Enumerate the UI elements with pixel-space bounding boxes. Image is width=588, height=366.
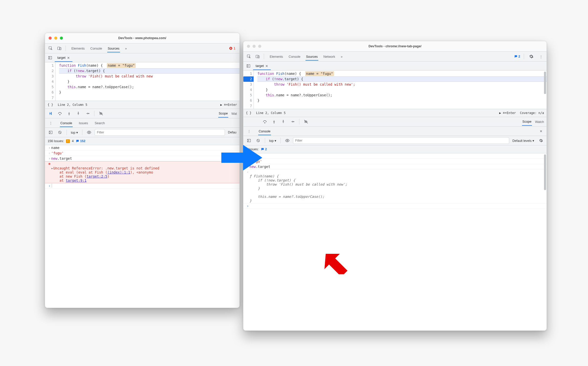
tab-watch[interactable]: Wat: [231, 109, 237, 118]
console-toolbar: top ▾ Defau: [45, 128, 239, 137]
eye-icon[interactable]: [85, 129, 93, 136]
console-body[interactable]: ›name ‹'fugu' ›new.target ‹ ƒ Fish(name)…: [243, 153, 547, 209]
navigator-toggle-icon[interactable]: [47, 54, 54, 61]
zoom-dot[interactable]: [60, 37, 63, 40]
resume-icon[interactable]: [47, 110, 54, 117]
settings-icon[interactable]: [537, 137, 545, 144]
tab-elements[interactable]: Elements: [269, 52, 284, 61]
context-selector[interactable]: top ▾: [70, 130, 79, 135]
step-over-icon[interactable]: [261, 118, 268, 125]
eye-icon[interactable]: [284, 137, 291, 144]
tab-elements[interactable]: Elements: [71, 44, 85, 52]
run-snippet-hint[interactable]: ▶ ⌘+Enter: [220, 103, 237, 107]
drawer-tabs: ⋮ Console ✕: [243, 127, 547, 136]
tab-console[interactable]: Console: [288, 52, 301, 61]
close-dot[interactable]: [49, 37, 52, 40]
file-tab-target[interactable]: target ✕: [55, 54, 72, 62]
device-toggle-icon[interactable]: [56, 45, 63, 52]
zoom-dot[interactable]: [258, 45, 261, 48]
separator: [66, 45, 66, 51]
pretty-print-icon[interactable]: { }: [48, 103, 53, 107]
issues-row[interactable]: 156 Issues: ! 4 152: [45, 137, 239, 145]
close-icon[interactable]: ✕: [265, 64, 268, 68]
console-body[interactable]: ›name ‹'fugu' ›new.target ⊗ ▸Uncaught Re…: [45, 145, 239, 189]
filter-input[interactable]: [293, 137, 509, 144]
titlebar: DevTools - chrome://new-tab-page/: [243, 41, 547, 52]
file-tab-target[interactable]: target ✕: [253, 62, 271, 70]
tab-sources[interactable]: Sources: [306, 52, 318, 61]
window-title: DevTools - chrome://new-tab-page/: [243, 44, 547, 48]
traffic-lights: [45, 37, 63, 40]
scrollbar[interactable]: [543, 71, 546, 109]
minimize-dot[interactable]: [54, 37, 57, 40]
log-levels[interactable]: Defau: [227, 130, 237, 135]
filter-input[interactable]: [95, 129, 225, 136]
navigator-toggle-icon[interactable]: [245, 63, 252, 69]
drawer-tab-search[interactable]: Search: [94, 119, 105, 127]
code[interactable]: function Fish(name) { name = "fugu" if (…: [254, 71, 547, 109]
prompt-icon[interactable]: ›: [246, 204, 249, 208]
code-editor[interactable]: 1 2 3 4 5 6 7 function Fish(name) { name…: [45, 62, 239, 101]
tab-sources[interactable]: Sources: [107, 44, 120, 52]
deactivate-breakpoints-icon[interactable]: [302, 118, 310, 125]
run-snippet-hint[interactable]: ▶ ⌘+Enter: [499, 111, 516, 115]
console-error[interactable]: ⊗ ▸Uncaught ReferenceError: .new.target …: [45, 161, 239, 183]
step-over-icon[interactable]: [56, 110, 63, 117]
file-tabs: target ✕: [243, 62, 547, 71]
more-icon[interactable]: ⋮: [537, 53, 545, 60]
stack-link[interactable]: target:9:1: [66, 178, 86, 182]
tab-console[interactable]: Console: [90, 44, 103, 52]
issues-label: 156 Issues:: [48, 139, 64, 143]
tab-scope[interactable]: Scope: [218, 109, 228, 118]
console-sidebar-icon[interactable]: [47, 129, 54, 136]
code-editor[interactable]: 1 2 3 4 5 6 7 function Fish(name) { name…: [243, 71, 547, 109]
tab-overflow[interactable]: »: [125, 44, 127, 52]
tab-watch[interactable]: Watch: [535, 118, 545, 126]
drawer-menu-icon[interactable]: ⋮: [47, 120, 54, 126]
device-toggle-icon[interactable]: [254, 53, 261, 60]
inspect-icon[interactable]: [245, 53, 253, 60]
drawer-menu-icon[interactable]: ⋮: [245, 128, 253, 134]
close-drawer-icon[interactable]: ✕: [537, 128, 545, 134]
step-into-icon[interactable]: [270, 118, 278, 125]
svg-point-16: [265, 123, 265, 123]
titlebar: DevTools - www.photopea.com/: [45, 33, 239, 43]
svg-point-7: [78, 112, 79, 113]
message-badge[interactable]: 2: [514, 55, 520, 58]
deactivate-breakpoints-icon[interactable]: [97, 110, 105, 117]
close-dot[interactable]: [247, 45, 250, 48]
settings-icon[interactable]: [528, 53, 535, 60]
error-badge[interactable]: 1: [227, 46, 237, 50]
annotation-arrow-red: [322, 251, 345, 269]
tab-network[interactable]: Network: [323, 52, 336, 61]
code[interactable]: function Fish(name) { name = "fugu" if (…: [56, 62, 239, 101]
drawer-tab-console[interactable]: Console: [258, 127, 271, 135]
context-selector[interactable]: top ▾: [268, 138, 277, 143]
tab-scope[interactable]: Scope: [522, 118, 532, 126]
step-out-icon[interactable]: [280, 118, 287, 125]
tab-overflow[interactable]: »: [340, 52, 343, 61]
svg-point-5: [60, 115, 60, 115]
pretty-print-icon[interactable]: { }: [246, 111, 252, 115]
close-icon[interactable]: ✕: [67, 56, 70, 60]
svg-point-11: [89, 132, 90, 133]
stack-link[interactable]: target:2:5: [86, 174, 107, 178]
step-out-icon[interactable]: [75, 110, 82, 117]
debugger-toolbar: Scope Wat: [45, 109, 239, 118]
inspect-icon[interactable]: [47, 45, 54, 52]
traffic-lights: [243, 45, 261, 48]
step-into-icon[interactable]: [66, 110, 73, 117]
step-icon[interactable]: [84, 110, 91, 117]
scrollbar[interactable]: [543, 153, 546, 209]
result-icon: ‹: [48, 151, 51, 155]
step-icon[interactable]: [289, 118, 296, 125]
drawer-tab-console[interactable]: Console: [60, 119, 73, 127]
stack-link[interactable]: (index):1:1: [107, 170, 130, 174]
log-levels[interactable]: Default levels ▾: [511, 138, 535, 143]
prompt-icon[interactable]: ›: [48, 184, 51, 188]
minimize-dot[interactable]: [253, 45, 256, 48]
issues-row[interactable]: 2 Issues: 2: [243, 145, 547, 153]
clear-console-icon[interactable]: [56, 129, 63, 136]
drawer-tab-issues[interactable]: Issues: [78, 119, 89, 127]
error-icon: ⊗: [48, 162, 51, 166]
